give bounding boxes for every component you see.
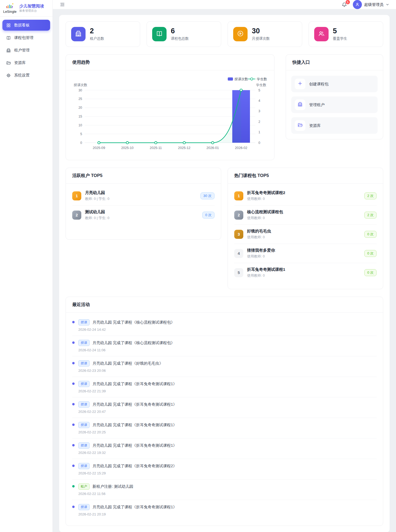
stats-row: 2租户总数6课程包总数30月授课次数5覆盖学生 [66, 21, 383, 47]
activity-line: 授课月亮幼儿园 完成了课程《折耳兔奇奇测试课程1》 [78, 504, 377, 510]
rank-meta: 教师: 0 | 学生: 0 [85, 216, 199, 220]
activity-tag: 授课 [78, 381, 90, 387]
rank-badge: 2 [234, 211, 243, 220]
activity-dot [72, 465, 75, 467]
activity-item-7: 授课月亮幼儿园 完成了课程《折耳兔奇奇测试课程2》2026-02-22 15:2… [72, 459, 377, 479]
quick-icon-wrap [295, 99, 305, 110]
activity-time: 2026-02-24 14:42 [78, 328, 377, 332]
rank-name: 月亮幼儿园 [85, 190, 197, 195]
sidebar-item-label: 数据看板 [14, 23, 30, 28]
activity-item-6: 授课月亮幼儿园 完成了课程《折耳兔奇奇测试课程1》2026-02-22 19:3… [72, 438, 377, 459]
sidebar-item-2[interactable]: 租户管理 [2, 45, 50, 56]
activity-time: 2026-02-22 15:29 [78, 471, 377, 475]
activity-line: 授课月亮幼儿园 完成了课程《折耳兔奇奇测试课程2》 [78, 463, 377, 469]
rank-item-1: 1折耳兔奇奇测试课程2使用教师: 02 次 [234, 186, 377, 205]
recent-activity-list: 授课月亮幼儿园 完成了课程《核心流程测试课程包》2026-02-24 14:42… [66, 313, 383, 526]
activity-text: 月亮幼儿园 完成了课程《折耳兔奇奇测试课程1》 [92, 381, 177, 386]
quick-entry-1[interactable]: 管理租户 [291, 96, 378, 113]
rank-meta: 使用教师: 0 [247, 273, 361, 278]
sidebar-item-label: 课程包管理 [14, 35, 34, 40]
activity-tag: 租户 [78, 483, 90, 490]
activity-item-3: 授课月亮幼儿园 完成了课程《折耳兔奇奇测试课程1》2026-02-22 21:3… [72, 377, 377, 397]
activity-time: 2026-02-22 19:32 [78, 451, 377, 455]
quick-entry-2[interactable]: 资源库 [291, 117, 378, 134]
usage-trend-card: 使用趋势 授课次数学生数授课次数学生数051015202530012345202… [66, 54, 274, 160]
activity-dot [72, 444, 75, 446]
sidebar-item-4[interactable]: 系统设置 [2, 70, 50, 81]
play-icon [237, 30, 244, 38]
activity-dot [72, 424, 75, 426]
svg-text:15: 15 [79, 115, 82, 118]
rank-name: 好饿的毛毛虫 [247, 229, 361, 234]
main-column: 5 超级管理员 2租户 [53, 0, 396, 532]
rank-meta: 使用教师: 0 [247, 235, 361, 240]
rank-item-5: 5折耳兔奇奇测试课程1使用教师: 00 次 [234, 263, 377, 282]
user-menu[interactable]: 超级管理员 [353, 0, 389, 9]
usage-count-pill: 2 次 [364, 192, 377, 199]
svg-text:1: 1 [258, 130, 260, 134]
activity-content: 授课月亮幼儿园 完成了课程《核心流程测试课程包》2026-02-24 14:42 [78, 319, 377, 332]
usage-chart: 授课次数学生数授课次数学生数0510152025300123452025-092… [66, 70, 274, 160]
activity-dot [72, 362, 75, 364]
rank-badge: 2 [72, 211, 81, 220]
activity-line: 授课月亮幼儿园 完成了课程《核心流程测试课程包》 [78, 340, 377, 346]
rank-item-2: 2测试幼儿园教师: 0 | 学生: 00 次 [72, 205, 215, 224]
activity-text: 月亮幼儿园 完成了课程《核心流程测试课程包》 [92, 340, 175, 345]
rank-badge: 4 [234, 249, 243, 258]
activity-dot [72, 341, 75, 344]
stat-card-1: 6课程包总数 [147, 21, 221, 47]
activity-tag: 授课 [78, 422, 90, 428]
activity-item-0: 授课月亮幼儿园 完成了课程《核心流程测试课程包》2026-02-24 14:42 [72, 315, 377, 336]
activity-time: 2026-02-22 11:56 [78, 492, 377, 496]
recent-activity-card: 最近活动 授课月亮幼儿园 完成了课程《核心流程测试课程包》2026-02-24 … [66, 297, 383, 526]
active-tenants-list: 1月亮幼儿园教师: 0 | 学生: 030 次2测试幼儿园教师: 0 | 学生:… [66, 184, 221, 239]
activity-text: 月亮幼儿园 完成了课程《折耳兔奇奇测试课程2》 [92, 464, 177, 469]
rank-info: 折耳兔奇奇测试课程2使用教师: 0 [247, 190, 361, 201]
activity-item-9: 授课月亮幼儿园 完成了课程《折耳兔奇奇测试课程1》2026-02-21 20:1… [72, 500, 377, 520]
rank-info: 猜猜我有多爱你使用教师: 0 [247, 248, 361, 259]
stat-value: 30 [252, 27, 270, 35]
row-activity: 最近活动 授课月亮幼儿园 完成了课程《核心流程测试课程包》2026-02-24 … [66, 297, 383, 526]
activity-content: 授课月亮幼儿园 完成了课程《折耳兔奇奇测试课程1》2026-02-21 20:1… [78, 504, 377, 516]
logo-block: LeSingle 少儿智慧阅读 服务管理后台 [0, 0, 52, 17]
app-layout: LeSingle 少儿智慧阅读 服务管理后台 数据看板课程包管理租户管理资源库系… [0, 0, 396, 532]
activity-content: 租户新租户注册: 测试幼儿园2026-02-22 11:56 [78, 483, 377, 496]
svg-text:授课次数: 授课次数 [74, 83, 87, 87]
stat-value: 6 [171, 27, 189, 35]
dashboard-icon [6, 23, 11, 28]
notifications-button[interactable]: 5 [341, 1, 348, 8]
activity-content: 授课月亮幼儿园 完成了课程《折耳兔奇奇测试课程1》2026-02-22 20:2… [78, 422, 377, 434]
activity-line: 授课月亮幼儿园 完成了课程《好饿的毛毛虫》 [78, 360, 377, 366]
activity-item-5: 授课月亮幼儿园 完成了课程《折耳兔奇奇测试课程1》2026-02-22 20:2… [72, 418, 377, 438]
activity-content: 授课月亮幼儿园 完成了课程《折耳兔奇奇测试课程1》2026-02-22 19:3… [78, 442, 377, 455]
activity-text: 月亮幼儿园 完成了课程《核心流程测试课程包》 [92, 320, 175, 325]
activity-tag: 授课 [78, 340, 90, 346]
sidebar-item-1[interactable]: 课程包管理 [2, 32, 50, 43]
activity-tag: 授课 [78, 401, 90, 408]
quick-entry-0[interactable]: 创建课程包 [291, 76, 378, 92]
rank-info: 折耳兔奇奇测试课程1使用教师: 0 [247, 267, 361, 278]
rank-info: 好饿的毛毛虫使用教师: 0 [247, 229, 361, 240]
svg-text:5: 5 [80, 132, 82, 136]
sidebar-item-3[interactable]: 资源库 [2, 57, 50, 68]
menu-fold-icon[interactable] [60, 2, 65, 7]
user-icon [355, 2, 360, 7]
logo-text: LeSingle [3, 10, 17, 14]
quick-entry-label: 资源库 [309, 123, 321, 128]
sidebar-item-label: 系统设置 [14, 73, 30, 78]
activity-content: 授课月亮幼儿园 完成了课程《折耳兔奇奇测试课程1》2026-02-22 21:3… [78, 381, 377, 393]
active-tenants-title: 活跃租户 TOP5 [66, 168, 221, 184]
logo: LeSingle [3, 3, 17, 14]
activity-content: 授课月亮幼儿园 完成了课程《折耳兔奇奇测试课程2》2026-02-22 15:2… [78, 463, 377, 475]
content-area: 2租户总数6课程包总数30月授课次数5覆盖学生 使用趋势 授课次数学生数授课次数… [53, 9, 396, 532]
sidebar-item-0[interactable]: 数据看板 [2, 20, 50, 31]
rank-item-2: 2核心流程测试课程包使用教师: 02 次 [234, 205, 377, 225]
rank-meta: 教师: 0 | 学生: 0 [85, 196, 197, 201]
svg-text:2026-01: 2026-01 [207, 146, 219, 150]
usage-count-pill: 0 次 [364, 231, 377, 238]
usage-count-pill: 0 次 [364, 269, 377, 276]
gear-icon [6, 73, 11, 78]
stat-card-3: 5覆盖学生 [309, 21, 383, 47]
activity-text: 月亮幼儿园 完成了课程《好饿的毛毛虫》 [92, 361, 163, 366]
activity-tag: 授课 [78, 319, 90, 325]
